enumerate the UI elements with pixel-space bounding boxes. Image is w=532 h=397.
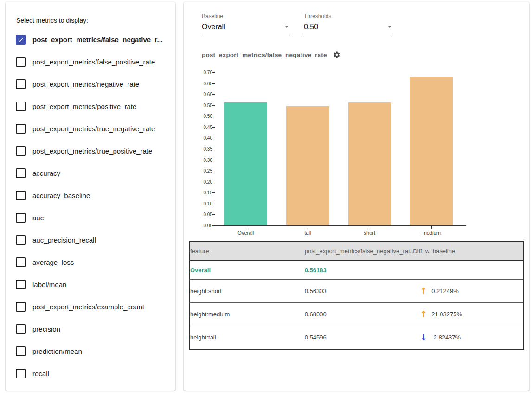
metric-checkbox[interactable] xyxy=(16,369,26,378)
metric-value-cell: 0.54596 xyxy=(305,326,413,350)
bar-tall[interactable] xyxy=(286,106,329,225)
metric-item[interactable]: average_loss xyxy=(6,251,175,273)
baseline-value[interactable]: Overall xyxy=(202,21,290,34)
y-axis-tick-label: 0.55 xyxy=(200,103,212,108)
metric-item-label: auc xyxy=(32,214,44,222)
metric-checkbox[interactable] xyxy=(16,191,26,200)
metric-item-label: average_loss xyxy=(32,258,74,266)
diff-cell xyxy=(413,261,524,280)
baseline-selected-option: Overall xyxy=(202,23,225,31)
metric-item[interactable]: auc_precision_recall xyxy=(6,229,175,251)
metric-item-label: post_export_metrics/example_count xyxy=(32,303,144,311)
metric-checkbox[interactable] xyxy=(16,213,26,223)
thresholds-label: Thresholds xyxy=(304,13,393,19)
metric-item[interactable]: post_export_metrics/false_negative_r... xyxy=(6,28,175,51)
bar-chart: 0.000.050.100.150.200.250.300.350.400.45… xyxy=(200,70,479,242)
table-row: height:short0.56303↑0.21249% xyxy=(190,280,524,303)
metric-item-label: post_export_metrics/true_negative_rate xyxy=(32,125,155,133)
y-axis-tick-label: 0.10 xyxy=(200,201,212,206)
arrow-up-icon: ↑ xyxy=(420,287,427,295)
bar-Overall[interactable] xyxy=(224,102,267,225)
metric-checkbox[interactable] xyxy=(16,146,26,156)
metric-item[interactable]: auc xyxy=(6,206,175,229)
y-axis-tick-label: 0.25 xyxy=(200,168,212,173)
y-axis-tick xyxy=(212,105,215,106)
metric-checkbox[interactable] xyxy=(16,168,26,178)
chart-header: post_export_metrics/false_negative_rate xyxy=(202,51,340,58)
metric-item[interactable]: post_export_metrics/true_positive_rate xyxy=(6,140,175,162)
x-axis-label: medium xyxy=(401,230,463,236)
thresholds-dropdown[interactable]: Thresholds 0.50 xyxy=(304,13,393,34)
metric-checkbox[interactable] xyxy=(16,324,26,334)
diff-value: 21.03275% xyxy=(431,311,462,318)
metric-checkbox[interactable] xyxy=(16,257,26,267)
y-axis-tick xyxy=(212,83,215,84)
y-axis-tick-label: 0.50 xyxy=(200,114,212,119)
metric-item-label: accuracy_baseline xyxy=(32,192,90,199)
metric-item[interactable]: post_export_metrics/positive_rate xyxy=(6,95,175,117)
x-axis-tick xyxy=(246,226,246,229)
y-axis-tick-label: 0.35 xyxy=(200,147,212,152)
metric-checkbox[interactable] xyxy=(16,280,26,289)
thresholds-selected-option: 0.50 xyxy=(304,23,318,31)
y-axis-tick-label: 0.30 xyxy=(200,158,212,163)
metric-checkbox[interactable] xyxy=(16,57,26,67)
metric-item-label: prediction/mean xyxy=(32,347,82,355)
table-row: Overall0.56183 xyxy=(190,261,524,280)
baseline-dropdown[interactable]: Baseline Overall xyxy=(202,13,290,34)
bar-short[interactable] xyxy=(348,102,391,225)
metric-checkbox-checked[interactable] xyxy=(16,35,26,45)
metric-item[interactable]: post_export_metrics/negative_rate xyxy=(6,73,175,95)
y-axis-tick xyxy=(212,182,215,182)
metric-item[interactable]: prediction/mean xyxy=(6,340,175,362)
bar-medium[interactable] xyxy=(410,77,453,225)
metric-item[interactable]: recall xyxy=(6,362,175,384)
metric-item-label: precision xyxy=(32,325,60,333)
gear-icon[interactable] xyxy=(333,51,340,58)
metric-item-label: recall xyxy=(32,370,49,378)
metric-item-label: post_export_metrics/false_positive_rate xyxy=(32,58,155,66)
diff-value: 0.21249% xyxy=(431,288,459,295)
y-axis-tick-label: 0.00 xyxy=(200,223,212,228)
metric-checkbox[interactable] xyxy=(16,235,26,245)
checkmark-icon xyxy=(17,36,24,43)
baseline-label: Baseline xyxy=(202,13,290,19)
column-header-feature: feature xyxy=(190,241,305,261)
metric-value-cell: 0.68000 xyxy=(305,303,413,326)
metric-item[interactable]: accuracy xyxy=(6,162,175,184)
metric-item-label: post_export_metrics/negative_rate xyxy=(32,80,139,88)
diff-cell: ↓-2.82437% xyxy=(413,326,524,350)
diff-cell: ↑21.03275% xyxy=(413,303,524,326)
metric-value-cell: 0.56303 xyxy=(305,280,413,303)
y-axis-tick xyxy=(212,225,215,226)
metric-item[interactable]: post_export_metrics/example_count xyxy=(6,295,175,318)
column-header-metric: post_export_metrics/false_negative_rat..… xyxy=(305,241,413,261)
y-axis-tick xyxy=(212,94,215,95)
y-axis-tick xyxy=(212,160,215,160)
metrics-panel: Baseline Overall Thresholds 0.50 post_ex… xyxy=(184,2,529,391)
feature-cell: height:medium xyxy=(190,303,305,326)
metric-checkbox[interactable] xyxy=(16,102,26,111)
y-axis-tick xyxy=(212,116,215,116)
y-axis-line xyxy=(215,72,215,225)
y-axis-tick xyxy=(212,138,215,138)
metric-checkbox[interactable] xyxy=(16,79,26,89)
metric-item[interactable]: accuracy_baseline xyxy=(6,184,175,206)
y-axis-tick xyxy=(212,171,215,171)
table-header-row: feature post_export_metrics/false_negati… xyxy=(190,241,524,261)
y-axis-tick xyxy=(212,127,215,128)
metric-item[interactable]: post_export_metrics/true_negative_rate xyxy=(6,117,175,140)
y-axis-tick xyxy=(212,72,215,73)
metric-checkbox[interactable] xyxy=(16,124,26,134)
thresholds-value[interactable]: 0.50 xyxy=(304,21,393,34)
metric-checkbox[interactable] xyxy=(16,346,26,356)
chevron-down-icon xyxy=(284,26,289,28)
metric-selector-title: Select metrics to display: xyxy=(16,17,88,24)
metric-checkbox[interactable] xyxy=(16,302,26,312)
y-axis-tick xyxy=(212,204,215,204)
chart-title: post_export_metrics/false_negative_rate xyxy=(202,51,327,58)
y-axis-tick-label: 0.70 xyxy=(200,70,212,75)
metric-item[interactable]: label/mean xyxy=(6,273,175,295)
metric-item[interactable]: post_export_metrics/false_positive_rate xyxy=(6,51,175,73)
metric-item[interactable]: precision xyxy=(6,318,175,340)
